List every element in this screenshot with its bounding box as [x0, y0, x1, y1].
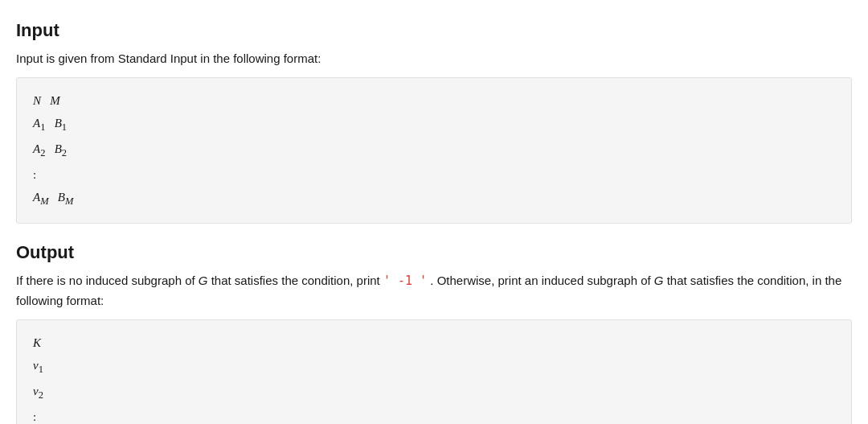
input-BM: B [58, 191, 65, 204]
input-line-1: N M [33, 89, 835, 113]
input-B2-sub: 2 [62, 147, 67, 158]
output-v1: v [33, 359, 39, 372]
input-A2: A [33, 142, 40, 155]
input-line-4: : [33, 163, 835, 187]
input-AM: A [33, 191, 40, 204]
input-AM-sub: M [40, 196, 48, 207]
output-desc-before: If there is no induced subgraph of [16, 274, 199, 287]
input-N: N [33, 94, 41, 107]
output-v1-sub: 1 [39, 364, 43, 375]
output-desc-after: . Otherwise, print an induced subgraph o… [430, 274, 654, 287]
input-section: Input Input is given from Standard Input… [16, 16, 852, 224]
output-line-dots: : [33, 405, 835, 424]
input-A1: A [33, 117, 40, 130]
output-v2: v [33, 385, 39, 397]
output-heading: Output [16, 238, 852, 266]
input-A1-sub: 1 [40, 121, 45, 133]
input-heading: Input [16, 16, 852, 44]
output-section: Output If there is no induced subgraph o… [16, 238, 852, 424]
input-description: Input is given from Standard Input in th… [16, 49, 852, 69]
output-desc-middle: that satisfies the condition, print [211, 274, 383, 287]
input-BM-sub: M [65, 196, 73, 207]
output-line-K: K [33, 331, 835, 355]
input-line-3: A2 B2 [33, 138, 835, 163]
output-G2: G [654, 274, 664, 287]
output-inline-code: ' -1 ' [383, 274, 427, 288]
output-K: K [33, 336, 41, 349]
input-B1: B [55, 117, 62, 130]
input-format-block: N M A1 B1 A2 B2 : AM BM [16, 77, 852, 224]
output-v2-sub: 2 [39, 389, 43, 401]
input-B2: B [55, 142, 62, 155]
input-B1-sub: 1 [62, 121, 67, 133]
output-format-block: K v1 v2 : vK [16, 319, 852, 424]
output-line-v1: v1 [33, 354, 835, 380]
input-line-2: A1 B1 [33, 112, 835, 138]
input-A2-sub: 2 [40, 147, 45, 158]
output-line-v2: v2 [33, 380, 835, 405]
output-G1: G [199, 274, 208, 287]
output-description: If there is no induced subgraph of G tha… [16, 271, 852, 311]
input-M: M [50, 94, 60, 107]
input-line-5: AM BM [33, 186, 835, 212]
